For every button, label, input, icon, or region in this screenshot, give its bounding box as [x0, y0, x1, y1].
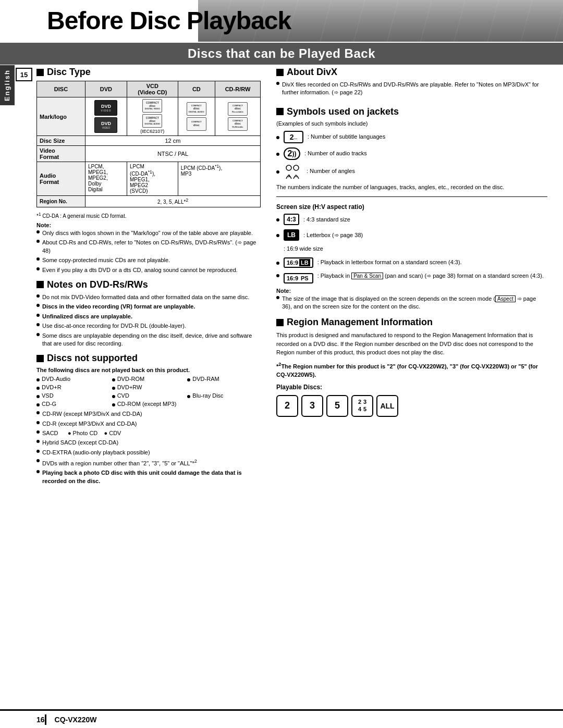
bullet [36, 304, 40, 307]
wide-ps-badge: 16:9 PS [284, 273, 313, 283]
table-header-cdrw: CD-R/RW [215, 81, 261, 97]
bullet [276, 296, 279, 299]
screen-item-3: : 16:9 wide size [284, 245, 547, 253]
disc-item: DVD-RAM [187, 376, 261, 382]
dvd-note-text-5: Some discs are unplayable depending on t… [42, 332, 261, 348]
divx-text: DivX files recorded on CD-Rs/RWs and DVD… [282, 81, 547, 97]
note-item-4: Even if you play a dts DVD or a dts CD, … [36, 266, 261, 274]
cdrw-logo2: COMPACT disc ReWritable [228, 117, 248, 131]
symbols-intro: (Examples of such symbols include) [276, 120, 547, 127]
divx-header: About DivX [276, 67, 547, 78]
bullet [36, 378, 40, 381]
bullet [276, 262, 279, 265]
subtitle-num: 2 [290, 133, 294, 141]
angle-svg: 3 1 [284, 164, 302, 179]
disc-3: 3 [301, 395, 323, 417]
bullet [36, 430, 40, 434]
disc-type-header: Disc Type [36, 67, 261, 78]
bullet [112, 387, 115, 390]
row-label-videoformat: VideoFormat [37, 146, 85, 162]
disc-size-value: 12 cm [85, 136, 260, 146]
note-item-1: Only discs with logos shown in the "Mark… [36, 229, 261, 237]
disc-name: CD-G [42, 401, 56, 407]
vcd-audio: LPCM(CD-DA*1),MPEG1,MPEG2(SVCD) [127, 162, 178, 196]
screen-item-5: 16:9 PS : Playback in Pan & Scan (pan an… [276, 272, 547, 283]
note-item-2: About CD-Rs and CD-RWs, refer to "Notes … [36, 239, 261, 255]
wide-lb-badge: 16:9 LB [284, 257, 313, 268]
dvd-notes-title: Notes on DVD-Rs/RWs [47, 279, 148, 290]
symbol-item-2: 2 )) : Number of audio tracks [276, 147, 547, 160]
dvd-note-3: Unfinalized discs are unplayable. [36, 313, 261, 320]
disc-name: Blu-ray Disc [192, 392, 223, 399]
row-label-region: Region No. [37, 196, 85, 207]
bullet [112, 395, 115, 398]
disc-extra-text: Hybrid SACD (except CD-DA) [42, 439, 118, 447]
disc-item: DVD+RW [112, 384, 186, 390]
bullet [276, 82, 279, 85]
screen-note-text: The size of the image that is displayed … [282, 295, 547, 311]
disc-item: CD-G [36, 401, 110, 407]
disc-extra-7: Playing back a photo CD disc with this u… [36, 469, 261, 485]
bullet [36, 230, 40, 233]
audio-desc: : Number of audio tracks [304, 150, 367, 157]
table-header-cd: CD [178, 81, 215, 97]
divider [276, 196, 547, 197]
left-column: Disc Type DISC DVD VCD(Video CD) CD CD-R… [36, 67, 261, 487]
dvd-note-text-2: Discs in the video recording (VR) format… [42, 303, 195, 311]
cd-logo2: COMPACT disc [187, 117, 206, 131]
bottom-bar: 16 CQ-VX220W [0, 709, 563, 728]
screen-note-item: The size of the image that is displayed … [276, 295, 547, 311]
audio-waves: )) [292, 150, 296, 157]
symbol-item-3: 3 1 : Number of angles [276, 164, 547, 179]
disc-extra-text: SACD ● Photo CD ● CDV [42, 429, 121, 437]
disc-item: Blu-ray Disc [187, 392, 261, 399]
disc-item: VSD [36, 392, 110, 399]
note-text-4: Even if you play a dts DVD or a dts CD, … [42, 266, 238, 274]
not-supported-title: Discs not supported [47, 353, 138, 364]
bullet [276, 218, 279, 221]
disc-item: CVD [112, 392, 186, 399]
screen-size-header: Screen size (H:V aspect ratio) [276, 203, 547, 211]
bullet [187, 378, 190, 381]
bullet [112, 403, 115, 406]
disc-5: 5 [326, 395, 348, 417]
vcd-logo1: COMPACT disc DIGITAL VIDEO [142, 99, 162, 113]
region-text: This product is designed and manufacture… [276, 331, 547, 357]
ps-part: PS [299, 275, 310, 282]
bullet [36, 395, 40, 398]
disc-item: DVD+R [36, 384, 110, 390]
playable-label: Playable Discs: [276, 384, 547, 391]
dvd-video-logo2: DVD VIDEO [94, 117, 117, 133]
region-title: Region Management Information [287, 317, 433, 328]
symbols-header: Symbols used on jackets [276, 106, 547, 117]
disc-name: DVD+R [42, 384, 62, 390]
right-column: About DivX DivX files recorded on CD-Rs/… [276, 67, 547, 417]
disc-extra-6: DVDs with a region number other than "2"… [36, 458, 261, 467]
bullet [36, 440, 40, 443]
screen-note-label: Note: [276, 288, 547, 294]
audio-badge: 2 )) [284, 147, 300, 160]
discs-grid: DVD-Audio DVD-ROM DVD-RAM DVD+R DVD+RW V… [36, 376, 261, 408]
lb-desc: : Letterbox (➾ page 38) [303, 231, 363, 239]
svg-text:3: 3 [288, 174, 290, 178]
disc-extra-text: CD-RW (except MP3/DivX and CD-DA) [42, 410, 142, 418]
svg-point-0 [286, 165, 291, 170]
disc-2345: 23 45 [351, 395, 373, 417]
bullet [276, 170, 279, 174]
subtitle-text: Discs that can be Played Back [188, 46, 375, 61]
dvd-note-text-3: Unfinalized discs are unplayable. [42, 313, 132, 320]
bullet [36, 450, 40, 453]
cdrw-logos: COMPACT disc Recordable COMPACT disc ReW… [215, 97, 261, 136]
disc-item: CD-ROM (except MP3) [112, 401, 261, 407]
angle-badge: 3 1 [284, 164, 302, 179]
symbols-description: The numbers indicate the number of langu… [276, 183, 547, 192]
bullet [36, 314, 40, 317]
note-item-3: Some copy-protected music CDs are not pl… [36, 256, 261, 264]
page-number-top: 15 [16, 68, 32, 81]
bullet [276, 136, 279, 139]
screen-item-1: 4:3 : 4:3 standard size [276, 214, 547, 225]
cdrw-logo1: COMPACT disc Recordable [228, 102, 248, 116]
symbol-item-1: 2 ... : Number of subtitle languages [276, 131, 547, 143]
disc-all: ALL [376, 395, 398, 417]
subtitle-desc: : Number of subtitle languages [308, 133, 385, 141]
